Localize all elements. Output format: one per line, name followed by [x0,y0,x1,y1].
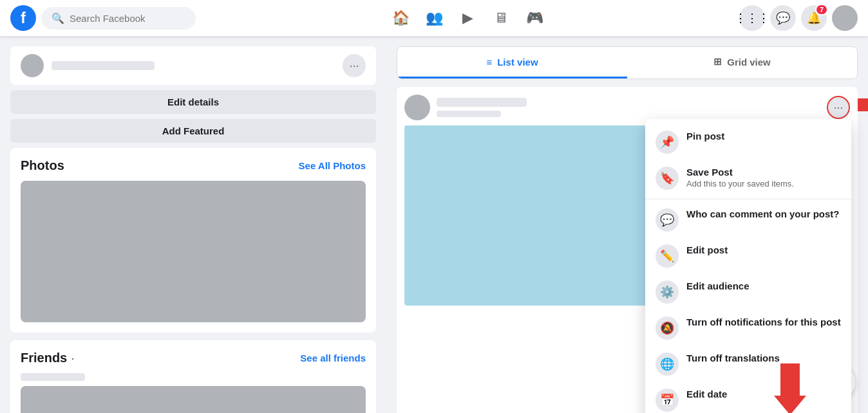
edit-details-button[interactable]: Edit details [10,90,376,114]
friends-title: Friends [21,351,67,365]
audience-icon: ⚙️ [656,280,679,304]
menu-turn-off-translations[interactable]: 🌐 Turn off translations [645,346,851,382]
menu-edit-post[interactable]: ✏️ Edit post [645,238,851,274]
translation-icon: 🌐 [656,353,679,376]
add-featured-button[interactable]: Add Featured [10,119,376,143]
tab-grid-view[interactable]: ⊞ Grid view [627,47,857,78]
post-time-placeholder [437,111,501,117]
post-author-name-placeholder [437,98,527,107]
main-content: ··· Edit details Add Featured Photos See… [0,36,868,413]
friends-dot: · [71,351,75,365]
menu-edit-audience[interactable]: ⚙️ Edit audience [645,274,851,310]
post-header: ··· [404,95,850,120]
edit-date-label: Edit date [686,389,841,399]
left-sidebar: ··· Edit details Add Featured Photos See… [0,36,386,413]
post-more-options-button[interactable]: ··· [827,96,850,119]
see-all-friends-link[interactable]: See all friends [300,353,366,363]
red-arrow-right-indicator [858,92,868,120]
apps-button[interactable]: ⋮⋮⋮ [739,5,765,31]
svg-marker-0 [858,92,868,118]
messenger-button[interactable]: 💬 [770,5,796,31]
post-context-menu: 📌 Pin post 🔖 Save Post Add this to your … [645,119,851,413]
edit-date-text: Edit date [686,389,841,399]
photos-header: Photos See All Photos [21,158,366,173]
calendar-icon: 📅 [656,389,679,412]
nav-marketplace-button[interactable]: 🖥 [486,3,516,33]
pin-post-label: Pin post [686,131,841,142]
friends-header: Friends · See all friends [21,351,366,365]
who-comment-label: Who can comment on your post? [686,208,841,219]
save-icon: 🔖 [656,167,679,190]
menu-turn-off-notifications[interactable]: 🔕 Turn off notifications for this post [645,310,851,346]
edit-pen-icon: ✏️ [656,244,679,268]
friends-title-area: Friends · [21,351,75,365]
nav-home-button[interactable]: 🏠 [385,3,416,33]
pin-icon: 📌 [656,131,679,154]
comment-icon: 💬 [656,208,679,232]
notification-off-icon: 🔕 [656,317,679,340]
top-navigation: f 🔍 🏠 👥 ▶ 🖥 🎮 ⋮⋮⋮ 💬 🔔 7 [0,0,868,36]
nav-watch-button[interactable]: ▶ [452,3,483,33]
profile-info [21,54,155,77]
nav-right: ⋮⋮⋮ 💬 🔔 7 [739,5,858,31]
post-card: ··· 📌 Pin post 🔖 Save Post Add this to y… [397,87,858,413]
nav-friends-button[interactable]: 👥 [419,3,449,33]
nav-left: f 🔍 [10,5,196,31]
profile-more-options-button[interactable]: ··· [343,54,366,77]
who-comment-text: Who can comment on your post? [686,208,841,219]
notification-badge: 7 [815,4,828,15]
right-panel: ≡ List view ⊞ Grid view ··· [386,36,868,413]
friend-photo-placeholder [21,386,366,413]
profile-avatar-small [21,54,44,77]
edit-post-label: Edit post [686,244,841,255]
list-view-label: List view [497,57,538,68]
post-author-info [437,98,527,117]
profile-top-bar: ··· [10,46,376,85]
friend-name-placeholder [21,373,85,381]
search-input[interactable] [70,13,185,24]
facebook-logo: f [10,5,36,31]
turn-off-trans-label: Turn off translations [686,353,841,363]
notifications-button[interactable]: 🔔 7 [801,5,827,31]
turn-off-notif-label: Turn off notifications for this post [686,317,841,327]
friends-section: Friends · See all friends [10,340,376,413]
pin-post-text: Pin post [686,131,841,142]
edit-post-text: Edit post [686,244,841,255]
nav-center: 🏠 👥 ▶ 🖥 🎮 [385,3,550,33]
turn-off-notif-text: Turn off notifications for this post [686,317,841,327]
menu-save-post[interactable]: 🔖 Save Post Add this to your saved items… [645,160,851,196]
menu-who-can-comment[interactable]: 💬 Who can comment on your post? [645,202,851,238]
see-all-photos-link[interactable]: See All Photos [299,160,366,171]
nav-gaming-button[interactable]: 🎮 [519,3,550,33]
grid-view-label: Grid view [727,57,771,68]
post-author-avatar [404,95,430,120]
photos-placeholder [21,181,366,322]
turn-off-trans-text: Turn off translations [686,353,841,363]
save-post-text: Save Post Add this to your saved items. [686,167,841,188]
tab-list-view[interactable]: ≡ List view [397,47,627,78]
search-icon: 🔍 [52,12,64,24]
user-avatar[interactable] [832,5,858,31]
edit-audience-label: Edit audience [686,280,841,291]
profile-name-placeholder [52,61,155,70]
grid-view-icon: ⊞ [713,56,722,68]
photos-section: Photos See All Photos [10,148,376,333]
save-post-label: Save Post [686,167,841,178]
list-view-icon: ≡ [486,57,492,68]
post-header-left [404,95,527,120]
search-bar-container[interactable]: 🔍 [41,7,196,30]
save-post-subtitle: Add this to your saved items. [686,179,841,188]
menu-edit-date[interactable]: 📅 Edit date [645,382,851,413]
view-tabs: ≡ List view ⊞ Grid view [397,46,858,79]
edit-audience-text: Edit audience [686,280,841,291]
menu-pin-post[interactable]: 📌 Pin post [645,124,851,160]
photos-title: Photos [21,158,64,173]
menu-divider-1 [645,199,851,199]
